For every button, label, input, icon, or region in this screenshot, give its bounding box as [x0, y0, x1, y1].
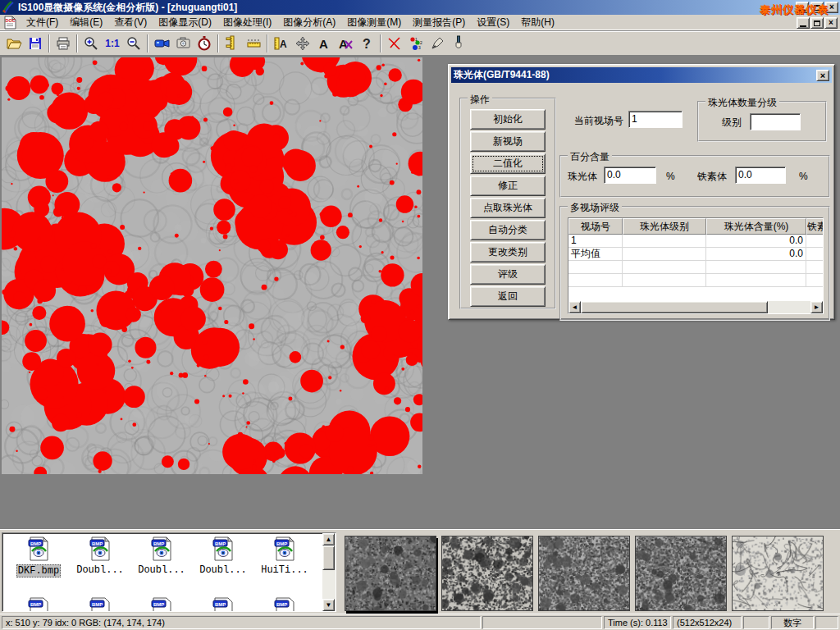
micrograph-image[interactable]: [2, 57, 422, 474]
file-item[interactable]: BMP: [9, 597, 68, 612]
thumbnail-1[interactable]: [345, 536, 436, 611]
minimize-button[interactable]: [796, 2, 809, 13]
file-list[interactable]: BMP DKF.bmp BMP Doubl... BMP: [2, 532, 336, 612]
file-item[interactable]: BMP DKF.bmp: [9, 536, 68, 578]
file-item[interactable]: BMP: [132, 597, 191, 612]
maximize-button[interactable]: [810, 2, 824, 13]
file-item[interactable]: BMP Doubl...: [71, 536, 130, 576]
menu-image-measure[interactable]: 图像测量(M): [341, 14, 407, 31]
move-tool-button[interactable]: [292, 33, 313, 54]
table-row[interactable]: 1 0.0: [568, 235, 823, 248]
scroll-right-button[interactable]: ►: [810, 301, 823, 313]
close-icon: ×: [820, 71, 825, 80]
menu-image-display[interactable]: 图像显示(D): [153, 14, 217, 31]
text-tool-button[interactable]: A: [313, 33, 335, 54]
correct-button[interactable]: 修正: [470, 176, 546, 196]
ruler-tool-button[interactable]: [243, 33, 264, 54]
file-name[interactable]: Doubl...: [137, 564, 186, 576]
file-item[interactable]: BMP Doubl...: [132, 536, 191, 576]
multifield-table[interactable]: 视场号 珠光体级别 珠光体含量(%) 铁素体含量(%) 1 0.0 平均值: [568, 217, 824, 314]
pen-tool-button[interactable]: [427, 33, 448, 54]
col-pearlite-content[interactable]: 珠光体含量(%): [706, 218, 806, 235]
pearlite-percent-input[interactable]: 0.0: [604, 167, 656, 184]
svg-text:3: 3: [418, 45, 421, 50]
thumbnail-4[interactable]: [635, 536, 727, 611]
pick-pearlite-button[interactable]: 点取珠光体: [470, 198, 546, 218]
status-pixel-info: x: 510 y: 79 idx: 0 RGB: (174, 174, 174): [2, 616, 481, 629]
marker-points-tool-button[interactable]: 1 2 3: [405, 33, 427, 54]
change-category-button[interactable]: 更改类别: [470, 242, 546, 262]
new-field-button[interactable]: 新视场: [470, 131, 546, 152]
menu-file[interactable]: 文件(F): [21, 14, 64, 31]
svg-text:BMP: BMP: [215, 541, 226, 546]
file-list-scrollbar[interactable]: ▲ ▼: [322, 533, 336, 611]
file-name[interactable]: HuiTi...: [260, 564, 309, 576]
level-input[interactable]: [750, 113, 801, 130]
close-icon: ×: [829, 2, 834, 11]
svg-text:BMP: BMP: [30, 541, 41, 546]
rate-button[interactable]: 评级: [470, 264, 546, 285]
save-button[interactable]: [25, 33, 46, 54]
col-pearlite-level[interactable]: 珠光体级别: [623, 218, 706, 235]
file-name[interactable]: Doubl...: [199, 564, 248, 576]
dialog-close-button[interactable]: ×: [816, 70, 829, 81]
file-name[interactable]: DKF.bmp: [16, 564, 61, 578]
child-minimize-button[interactable]: [797, 17, 810, 29]
file-item[interactable]: BMP Doubl...: [194, 536, 253, 576]
col-field-number[interactable]: 视场号: [568, 218, 623, 235]
scroll-up-button[interactable]: ▲: [322, 533, 335, 546]
thumbnail-5[interactable]: [732, 536, 824, 611]
menu-image-analysis[interactable]: 图像分析(A): [277, 14, 341, 31]
ferrite-percent-input[interactable]: 0.0: [735, 167, 786, 184]
zoom-in-button[interactable]: [80, 33, 102, 54]
open-file-button[interactable]: [3, 33, 25, 54]
scroll-down-button[interactable]: ▼: [322, 599, 335, 611]
file-item[interactable]: BMP: [71, 597, 130, 612]
caliper-tool-button[interactable]: [221, 33, 243, 54]
file-item[interactable]: BMP: [194, 597, 253, 612]
zoom-out-icon: [126, 36, 141, 51]
print-button[interactable]: [52, 33, 74, 54]
scrollbar-thumb[interactable]: [322, 546, 335, 570]
current-field-input[interactable]: 1: [628, 111, 682, 128]
initialize-button[interactable]: 初始化: [470, 109, 546, 130]
close-button[interactable]: ×: [825, 2, 838, 13]
calibration-tool-button[interactable]: A: [271, 33, 292, 54]
document-icon[interactable]: DOC: [3, 16, 17, 30]
col-ferrite-content[interactable]: 铁素体含量(%): [806, 218, 824, 235]
return-button[interactable]: 返回: [470, 286, 546, 307]
menu-help[interactable]: 帮助(H): [515, 14, 560, 31]
menu-measure-report[interactable]: 测量报告(P): [407, 14, 471, 31]
scrollbar-thumb[interactable]: [581, 301, 768, 313]
zoom-out-button[interactable]: [123, 33, 144, 54]
scroll-left-button[interactable]: ◄: [568, 301, 581, 313]
help-button[interactable]: ?: [356, 33, 377, 54]
video-capture-button[interactable]: [151, 33, 172, 54]
scrollbar-track[interactable]: [768, 301, 810, 313]
auto-classify-button[interactable]: 自动分类: [470, 220, 546, 240]
curve-tool-button[interactable]: [384, 33, 405, 54]
timer-button[interactable]: [194, 33, 215, 54]
menu-view[interactable]: 查看(V): [108, 14, 153, 31]
actual-size-button[interactable]: 1:1: [102, 33, 123, 54]
table-row[interactable]: 平均值 0.0: [568, 248, 823, 261]
status-image-size: (512x512x24): [673, 616, 742, 629]
binarize-button[interactable]: 二值化: [470, 153, 546, 174]
child-close-button[interactable]: ×: [824, 17, 838, 29]
title-bar[interactable]: IS100显微摄像系统(金相分析版) - [zhuguangti01] ×: [0, 0, 840, 15]
child-restore-button[interactable]: [810, 17, 824, 29]
menu-settings[interactable]: 设置(S): [471, 14, 515, 31]
brush-tool-button[interactable]: [448, 33, 469, 54]
file-item[interactable]: BMP HuiTi...: [255, 536, 314, 576]
thumbnail-3[interactable]: [538, 536, 630, 611]
thumbnail-2[interactable]: [441, 536, 533, 611]
camera-capture-button[interactable]: [172, 33, 194, 54]
pearlite-dialog: 珠光体(GB/T9441-88) × 操作 初始化 新视场 二值化 修正 点取珠…: [448, 64, 835, 320]
delete-text-tool-button[interactable]: A: [335, 33, 356, 54]
file-name[interactable]: Doubl...: [75, 564, 125, 576]
menu-image-processing[interactable]: 图像处理(I): [217, 14, 277, 31]
file-item[interactable]: BMP: [255, 597, 314, 612]
dialog-title-bar[interactable]: 珠光体(GB/T9441-88) ×: [451, 67, 832, 83]
table-horizontal-scrollbar[interactable]: ◄ ►: [568, 301, 823, 313]
menu-edit[interactable]: 编辑(E): [64, 14, 108, 31]
